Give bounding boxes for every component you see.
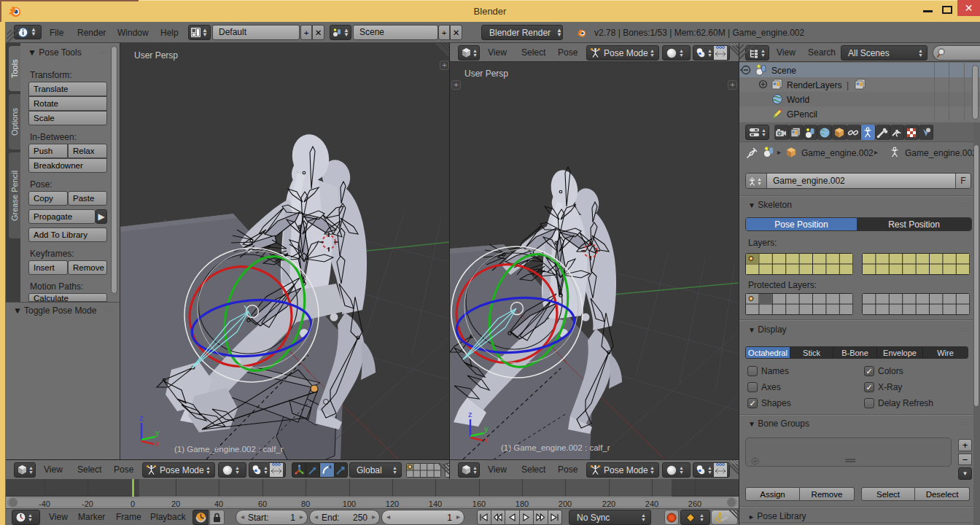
svg-text:y: y xyxy=(155,428,160,437)
svg-text:z: z xyxy=(468,410,472,419)
svg-text:x: x xyxy=(484,435,489,444)
svg-text:y: y xyxy=(484,424,489,433)
svg-text:(1) Game_engine.002 : calf_r: (1) Game_engine.002 : calf_r xyxy=(501,443,610,452)
svg-text:(1) Game_engine.002 : calf_r: (1) Game_engine.002 : calf_r xyxy=(174,445,284,454)
svg-text:z: z xyxy=(139,413,144,422)
svg-text:x: x xyxy=(155,439,160,448)
